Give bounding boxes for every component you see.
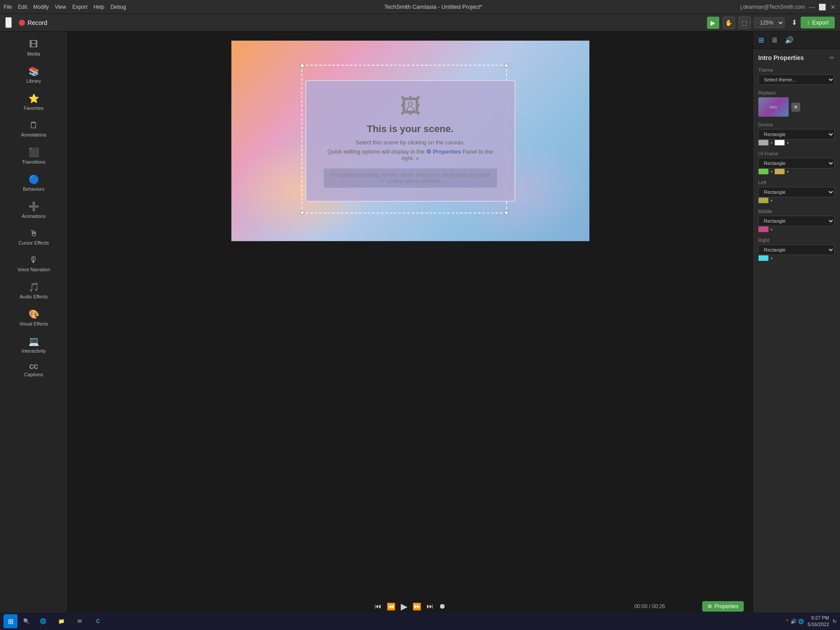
step-forward-button[interactable]: ⏩ bbox=[413, 602, 421, 611]
search-button[interactable]: 🔍 bbox=[20, 615, 32, 627]
record-playback-button[interactable]: ⏺ bbox=[439, 602, 446, 610]
download-icon[interactable]: ⬇ bbox=[791, 18, 797, 27]
sidebar-label-cursor-effects: Cursor Effects bbox=[18, 240, 49, 245]
remove-replace-button[interactable]: ✕ bbox=[791, 103, 800, 112]
device-color-arrow-2[interactable]: ▾ bbox=[787, 140, 789, 145]
device-select[interactable]: Rectangle bbox=[758, 129, 835, 140]
export-button[interactable]: ↑ Export bbox=[801, 17, 835, 28]
device-color-1[interactable] bbox=[758, 140, 769, 146]
maximize-button[interactable]: ⬜ bbox=[819, 4, 826, 10]
sidebar-item-behaviors[interactable]: 🔵 Behaviors bbox=[3, 170, 65, 196]
device-colors: ▾ ▾ bbox=[758, 140, 835, 146]
panel-edit-button[interactable]: ✏ bbox=[830, 54, 835, 61]
ui-frame-row: UI Frame Rectangle ▾ ▾ bbox=[758, 151, 835, 175]
taskbar-apps[interactable]: 🌐 bbox=[35, 613, 51, 629]
sidebar-label-voice-narration: Voice Narration bbox=[17, 267, 50, 272]
skip-back-button[interactable]: ⏮ bbox=[374, 602, 382, 610]
main-container: 🎞 Media 📚 Library ⭐ Favorites 🗒 Annotati… bbox=[0, 32, 840, 616]
menu-edit[interactable]: Edit bbox=[18, 4, 27, 10]
visual-effects-icon: 🎨 bbox=[28, 309, 39, 319]
close-button[interactable]: ✕ bbox=[830, 4, 836, 10]
sidebar-label-animations: Animations bbox=[22, 214, 46, 219]
ui-frame-color-2[interactable] bbox=[774, 168, 785, 175]
device-color-2[interactable] bbox=[774, 140, 785, 146]
sidebar-item-animations[interactable]: ➕ Animations bbox=[3, 197, 65, 223]
taskbar-camtasia[interactable]: C bbox=[90, 613, 106, 629]
right-arrow-1[interactable]: ▾ bbox=[770, 256, 773, 261]
handle-tr[interactable] bbox=[504, 64, 508, 67]
left-arrow-1[interactable]: ▾ bbox=[770, 198, 773, 203]
menu-debug[interactable]: Debug bbox=[111, 4, 126, 10]
zoom-select[interactable]: 125% 100% 75% bbox=[754, 18, 784, 28]
ui-frame-color-1[interactable] bbox=[758, 168, 769, 175]
ui-frame-label: UI Frame bbox=[758, 151, 835, 156]
right-color-1[interactable] bbox=[758, 255, 769, 261]
sidebar-item-voice-narration[interactable]: 🎙 Voice Narration bbox=[3, 251, 65, 276]
media-icon: 🎞 bbox=[29, 39, 38, 49]
sidebar-item-library[interactable]: 📚 Library bbox=[3, 62, 65, 88]
scene-desc2: Quick editing options will display in th… bbox=[324, 148, 497, 161]
panel-tabs: ⊞ 🖥 🔊 bbox=[753, 32, 840, 49]
taskbar-tray: ⌃ 🔊 🌐 9:27 PM 5/16/2022 ↻ bbox=[785, 615, 836, 628]
sidebar-item-favorites[interactable]: ⭐ Favorites bbox=[3, 89, 65, 115]
sidebar-label-visual-effects: Visual Effects bbox=[19, 321, 48, 326]
skip-forward-button[interactable]: ⏭ bbox=[427, 602, 434, 610]
home-button[interactable]: ⌂ bbox=[5, 17, 12, 28]
sidebar-label-library: Library bbox=[26, 78, 41, 84]
menu-view[interactable]: View bbox=[55, 4, 66, 10]
scene-overlay[interactable]: 🖼 This is your scene. Select this scene … bbox=[305, 80, 515, 202]
replace-thumbnail[interactable]: IMG bbox=[758, 97, 789, 117]
device-color-arrow-1[interactable]: ▾ bbox=[770, 140, 773, 145]
middle-arrow-1[interactable]: ▾ bbox=[770, 227, 773, 232]
left-color-1[interactable] bbox=[758, 197, 769, 203]
left-select[interactable]: Rectangle bbox=[758, 187, 835, 197]
record-button[interactable]: Record bbox=[19, 19, 47, 26]
sidebar-item-media[interactable]: 🎞 Media bbox=[3, 35, 65, 61]
sidebar-item-interactivity[interactable]: 💻 Interactivity bbox=[3, 332, 65, 358]
ui-frame-colors: ▾ ▾ bbox=[758, 168, 835, 175]
ui-frame-arrow-1[interactable]: ▾ bbox=[770, 169, 773, 174]
minimize-button[interactable]: — bbox=[808, 4, 816, 10]
move-tool-button[interactable]: ✋ bbox=[723, 17, 735, 29]
sidebar-label-media: Media bbox=[27, 51, 40, 56]
tab-display-icon[interactable]: 🖥 bbox=[769, 34, 780, 46]
tab-properties-icon[interactable]: ⊞ bbox=[756, 34, 766, 46]
theme-select[interactable]: Select theme... bbox=[758, 74, 835, 85]
play-button[interactable]: ▶ bbox=[401, 601, 407, 612]
right-select[interactable]: Rectangle bbox=[758, 245, 835, 255]
menu-export[interactable]: Export bbox=[72, 4, 88, 10]
panel-header: Intro Properties ✏ bbox=[758, 54, 835, 61]
step-back-button[interactable]: ⏪ bbox=[387, 602, 396, 611]
ui-frame-select[interactable]: Rectangle bbox=[758, 158, 835, 168]
center-panel: 🖼 This is your scene. Select this scene … bbox=[68, 32, 752, 616]
sidebar-item-annotations[interactable]: 🗒 Annotations bbox=[3, 116, 65, 142]
panel-title: Intro Properties bbox=[758, 54, 804, 61]
sidebar-item-audio-effects[interactable]: 🎵 Audio Effects bbox=[3, 277, 65, 304]
sidebar-item-cursor-effects[interactable]: 🖱 Cursor Effects bbox=[3, 224, 65, 250]
middle-select[interactable]: Rectangle bbox=[758, 216, 835, 226]
crop-tool-button[interactable]: ⬚ bbox=[738, 17, 751, 29]
middle-color-1[interactable] bbox=[758, 226, 769, 232]
menu-file[interactable]: File bbox=[4, 4, 12, 10]
canvas-preview[interactable]: 🖼 This is your scene. Select this scene … bbox=[231, 40, 590, 242]
select-tool-button[interactable]: ▶ bbox=[707, 17, 719, 29]
voice-narration-icon: 🎙 bbox=[29, 255, 38, 265]
sidebar-label-behaviors: Behaviors bbox=[23, 186, 45, 192]
sidebar-item-captions[interactable]: CC Captions bbox=[3, 359, 65, 382]
start-button[interactable]: ⊞ bbox=[4, 614, 18, 628]
ui-frame-arrow-2[interactable]: ▾ bbox=[787, 169, 789, 174]
theme-row: Theme Select theme... bbox=[758, 67, 835, 85]
sidebar-item-visual-effects[interactable]: 🎨 Visual Effects bbox=[3, 304, 65, 331]
handle-tl[interactable] bbox=[301, 64, 304, 67]
taskbar-file-explorer[interactable]: 📁 bbox=[53, 613, 69, 629]
sidebar-item-transitions[interactable]: ⬛ Transitions bbox=[3, 143, 65, 169]
time-display: 00:00 / 00:26 bbox=[634, 603, 665, 609]
tab-audio-icon[interactable]: 🔊 bbox=[783, 34, 795, 46]
transitions-icon: ⬛ bbox=[28, 147, 39, 158]
menu-modify[interactable]: Modify bbox=[33, 4, 49, 10]
record-dot bbox=[19, 20, 25, 26]
taskbar-mail[interactable]: ✉ bbox=[72, 613, 88, 629]
properties-panel-button[interactable]: ⚙ Properties bbox=[702, 601, 744, 612]
export-label: Export bbox=[812, 19, 829, 26]
menu-help[interactable]: Help bbox=[94, 4, 105, 10]
